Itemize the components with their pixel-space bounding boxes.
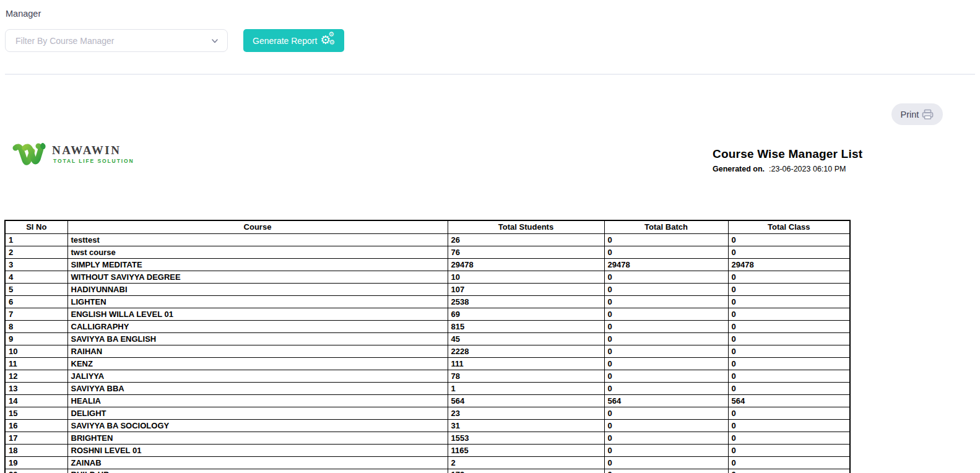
table-row: 9SAVIYYA BA ENGLISH4500 xyxy=(5,332,850,345)
table-cell: 0 xyxy=(728,246,850,258)
report-table-header-row: Sl NoCourseTotal StudentsTotal BatchTota… xyxy=(5,220,850,233)
print-button[interactable]: Print xyxy=(891,103,943,125)
table-cell: 10 xyxy=(448,271,604,283)
table-cell: 31 xyxy=(448,419,604,432)
table-cell: 0 xyxy=(728,382,850,394)
table-cell: SAVIYYA BBA xyxy=(67,382,448,394)
table-cell: 13 xyxy=(5,382,67,394)
generate-report-button[interactable]: Generate Report ⚙⚙⚙ xyxy=(243,29,344,52)
table-row: 8CALLIGRAPHY81500 xyxy=(5,320,850,332)
table-cell: 172 xyxy=(448,469,604,473)
table-cell: 2538 xyxy=(448,295,604,308)
table-cell: 0 xyxy=(604,246,728,258)
table-row: 14HEALIA564564564 xyxy=(5,394,850,407)
table-cell: 17 xyxy=(5,432,67,444)
table-cell: 0 xyxy=(604,456,728,469)
table-cell: 0 xyxy=(728,456,850,469)
table-row: 2twst course7600 xyxy=(5,246,850,258)
table-cell: 23 xyxy=(448,407,604,419)
table-cell: 29478 xyxy=(728,258,850,271)
table-cell: 9 xyxy=(5,332,67,345)
table-cell: 0 xyxy=(604,444,728,456)
table-cell: 16 xyxy=(5,419,67,432)
gears-icon: ⚙⚙⚙ xyxy=(321,35,335,47)
table-cell: 5 xyxy=(5,283,67,295)
table-cell: CALLIGRAPHY xyxy=(67,320,448,332)
table-cell: 10 xyxy=(5,345,67,357)
table-cell: 0 xyxy=(604,432,728,444)
table-cell: DELIGHT xyxy=(67,407,448,419)
table-cell: LIGHTEN xyxy=(67,295,448,308)
table-row: 1testtest2600 xyxy=(5,233,850,246)
logo-name: NAWAWIN xyxy=(52,144,134,156)
table-cell: 0 xyxy=(728,233,850,246)
course-manager-select-placeholder: Filter By Course Manager xyxy=(15,36,115,46)
column-header: Total Class xyxy=(728,220,850,233)
report-heading: Course Wise Manager List Generated on. :… xyxy=(713,147,862,173)
table-cell: 564 xyxy=(448,394,604,407)
table-cell: 0 xyxy=(728,332,850,345)
table-cell: 19 xyxy=(5,456,67,469)
nawawin-logo-mark-icon xyxy=(11,141,48,169)
table-cell: BUILD UP xyxy=(67,469,448,473)
table-cell: 0 xyxy=(604,320,728,332)
course-manager-select[interactable]: Filter By Course Manager xyxy=(5,29,228,52)
table-row: 7ENGLISH WILLA LEVEL 016900 xyxy=(5,308,850,320)
table-cell: 1553 xyxy=(448,432,604,444)
nawawin-logo: NAWAWIN TOTAL LIFE SOLUTION xyxy=(11,141,134,169)
table-cell: 107 xyxy=(448,283,604,295)
table-cell: 29478 xyxy=(604,258,728,271)
table-cell: SAVIYYA BA SOCIOLOGY xyxy=(67,419,448,432)
generated-on-label: Generated on. xyxy=(713,165,765,173)
table-cell: 111 xyxy=(448,357,604,370)
table-cell: HADIYUNNABI xyxy=(67,283,448,295)
page: Manager Filter By Course Manager Generat… xyxy=(0,0,980,473)
table-cell: 0 xyxy=(728,357,850,370)
table-row: 18ROSHNI LEVEL 01116500 xyxy=(5,444,850,456)
table-cell: 564 xyxy=(604,394,728,407)
table-cell: 69 xyxy=(448,308,604,320)
table-cell: 2228 xyxy=(448,345,604,357)
table-cell: 564 xyxy=(728,394,850,407)
table-row: 12JALIYYA7800 xyxy=(5,370,850,382)
table-cell: 3 xyxy=(5,258,67,271)
chevron-down-icon xyxy=(211,37,219,45)
table-cell: 6 xyxy=(5,295,67,308)
printer-icon xyxy=(922,109,934,120)
table-cell: 0 xyxy=(604,271,728,283)
table-cell: 14 xyxy=(5,394,67,407)
table-cell: 0 xyxy=(728,271,850,283)
table-cell: 0 xyxy=(604,345,728,357)
table-cell: 1 xyxy=(5,233,67,246)
table-row: 19ZAINAB200 xyxy=(5,456,850,469)
table-cell: 2 xyxy=(448,456,604,469)
table-row: 16SAVIYYA BA SOCIOLOGY3100 xyxy=(5,419,850,432)
table-cell: 0 xyxy=(604,308,728,320)
table-cell: 7 xyxy=(5,308,67,320)
table-cell: SAVIYYA BA ENGLISH xyxy=(67,332,448,345)
table-cell: 78 xyxy=(448,370,604,382)
table-cell: 26 xyxy=(448,233,604,246)
table-cell: 0 xyxy=(604,469,728,473)
table-cell: 0 xyxy=(604,370,728,382)
table-row: 10RAIHAN222800 xyxy=(5,345,850,357)
table-cell: KENZ xyxy=(67,357,448,370)
table-cell: 45 xyxy=(448,332,604,345)
table-cell: 2 xyxy=(5,246,67,258)
table-cell: 0 xyxy=(604,332,728,345)
table-cell: testtest xyxy=(67,233,448,246)
table-cell: 0 xyxy=(728,444,850,456)
table-cell: 0 xyxy=(604,295,728,308)
table-cell: WITHOUT SAVIYYA DEGREE xyxy=(67,271,448,283)
table-cell: 0 xyxy=(728,469,850,473)
table-cell: JALIYYA xyxy=(67,370,448,382)
table-cell: 0 xyxy=(604,283,728,295)
table-cell: 76 xyxy=(448,246,604,258)
table-cell: ROSHNI LEVEL 01 xyxy=(67,444,448,456)
column-header: Course xyxy=(67,220,448,233)
table-cell: 0 xyxy=(604,407,728,419)
table-cell: 0 xyxy=(728,432,850,444)
table-cell: 0 xyxy=(728,419,850,432)
table-cell: 1 xyxy=(448,382,604,394)
column-header: Total Batch xyxy=(604,220,728,233)
